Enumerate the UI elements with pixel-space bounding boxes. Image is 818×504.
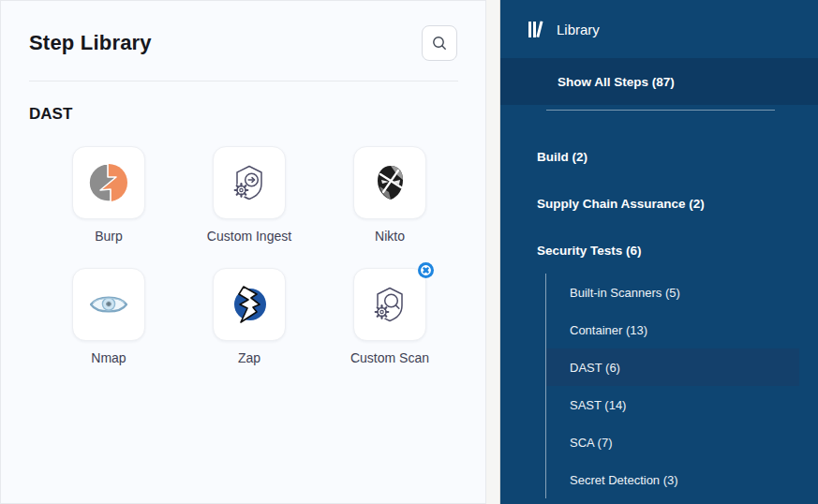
- security-tests-sublist: Built-in Scanners (5) Container (13) DAS…: [545, 274, 818, 498]
- step-label: Nmap: [91, 350, 126, 365]
- panel-gap: [486, 0, 500, 504]
- step-tile[interactable]: [213, 146, 286, 219]
- step-tile[interactable]: [72, 268, 145, 341]
- drag-dots-badge-icon: [418, 262, 434, 278]
- library-books-icon: [528, 21, 546, 38]
- page-title: Step Library: [29, 31, 152, 55]
- step-tile[interactable]: [353, 146, 426, 219]
- nav-subitem-label: Built-in Scanners (5): [570, 286, 680, 300]
- nmap-eye-logo-icon: [87, 289, 130, 320]
- step-nikto[interactable]: Nikto: [320, 146, 460, 244]
- header-divider: [29, 81, 458, 82]
- step-library-panel: Step Library DAST: [0, 0, 486, 504]
- library-title: Library: [557, 22, 600, 37]
- step-label: Zap: [238, 350, 260, 365]
- nav-subitem-dast[interactable]: DAST (6): [546, 348, 799, 386]
- sidebar-divider: [546, 110, 775, 111]
- library-header: Library: [500, 0, 818, 58]
- step-label: Custom Ingest: [207, 229, 291, 244]
- custom-ingest-shield-icon: [229, 162, 270, 203]
- nav-subitem-label: SCA (7): [570, 436, 613, 450]
- section-heading-dast: DAST: [29, 105, 485, 124]
- step-zap[interactable]: Zap: [179, 268, 320, 365]
- nav-subitem-label: SAST (14): [570, 398, 626, 412]
- nav-subitem-secret-detection[interactable]: Secret Detection (3): [546, 461, 799, 498]
- custom-scan-shield-icon: [369, 284, 410, 325]
- burp-logo-icon: [88, 162, 129, 203]
- step-label: Nikto: [375, 229, 405, 244]
- zap-logo-icon: [228, 283, 271, 326]
- search-button[interactable]: [422, 25, 457, 61]
- nav-item-label: Build (2): [537, 150, 587, 164]
- nav-subitem-built-in-scanners[interactable]: Built-in Scanners (5): [546, 274, 799, 311]
- show-all-steps-item[interactable]: Show All Steps (87): [500, 58, 818, 105]
- step-custom-scan[interactable]: Custom Scan: [320, 268, 460, 365]
- library-sidebar: Library Show All Steps (87) Build (2) Su…: [500, 0, 818, 504]
- nav-item-label: Supply Chain Assurance (2): [537, 197, 705, 211]
- nav-item-label: Security Tests (6): [537, 244, 642, 258]
- step-tile[interactable]: [353, 268, 426, 341]
- step-label: Custom Scan: [350, 350, 429, 365]
- nav-subitem-label: Secret Detection (3): [570, 473, 678, 487]
- step-tile[interactable]: [72, 146, 145, 219]
- step-label: Burp: [95, 229, 123, 244]
- show-all-steps-label: Show All Steps (87): [558, 75, 675, 89]
- step-tile[interactable]: [213, 268, 286, 341]
- nav-subitem-label: DAST (6): [570, 361, 620, 375]
- step-nmap[interactable]: Nmap: [38, 268, 179, 365]
- nav-subitem-sca[interactable]: SCA (7): [546, 423, 799, 461]
- panel-header: Step Library: [1, 1, 485, 61]
- step-library-window: Step Library DAST: [0, 0, 818, 504]
- nav-subitem-label: Container (13): [570, 323, 647, 337]
- step-burp[interactable]: Burp: [38, 146, 179, 244]
- step-custom-ingest[interactable]: Custom Ingest: [179, 146, 320, 244]
- search-icon: [431, 35, 448, 52]
- nav-item-supply-chain-assurance[interactable]: Supply Chain Assurance (2): [500, 180, 818, 227]
- nav-item-build[interactable]: Build (2): [500, 133, 818, 180]
- nav-subitem-sast[interactable]: SAST (14): [546, 386, 799, 423]
- category-nav: Build (2) Supply Chain Assurance (2) Sec…: [500, 133, 818, 498]
- step-tile-grid: Burp Custom In: [38, 146, 485, 365]
- nikto-logo-icon: [369, 162, 410, 203]
- nav-subitem-container[interactable]: Container (13): [546, 311, 799, 348]
- nav-item-security-tests[interactable]: Security Tests (6): [500, 227, 818, 274]
